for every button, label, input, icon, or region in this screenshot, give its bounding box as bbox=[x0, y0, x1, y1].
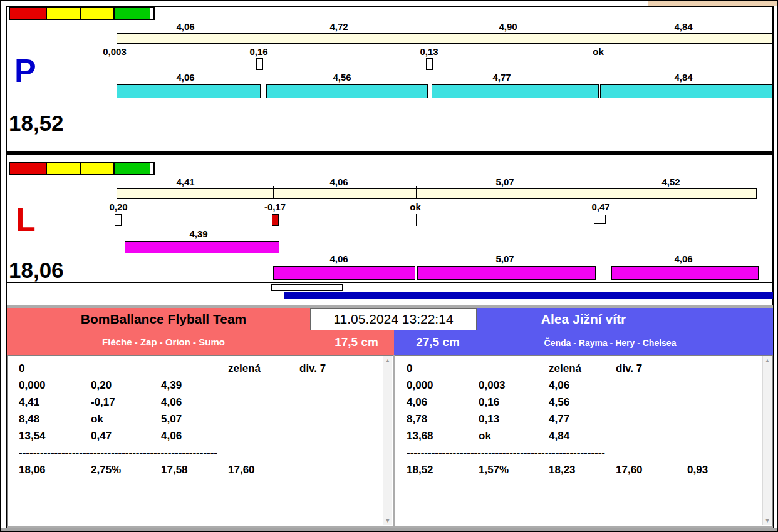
result-cell: 4,06 bbox=[549, 379, 569, 392]
result-cell: 17,60 bbox=[228, 464, 255, 476]
result-cell: 0 bbox=[19, 362, 24, 375]
result-cell: 4,84 bbox=[549, 430, 569, 442]
team-right-dogs: Čenda - Rayma - Hery - Chelsea bbox=[519, 338, 701, 348]
dog-time: 4,77 bbox=[477, 72, 527, 83]
result-cell: 4,39 bbox=[161, 379, 182, 392]
split-tick bbox=[273, 186, 274, 199]
lane-l-underline bbox=[7, 282, 773, 283]
crossing-marker bbox=[599, 58, 599, 70]
result-cell: div. 7 bbox=[616, 362, 642, 375]
crossing-time: 0,13 bbox=[410, 46, 448, 57]
result-cell: 18,52 bbox=[407, 464, 433, 476]
result-cell: 0,000 bbox=[19, 379, 46, 392]
dog-time-bar bbox=[600, 84, 773, 98]
result-cell: 18,06 bbox=[19, 464, 46, 476]
traffic-green-segment bbox=[115, 163, 150, 174]
result-row: 4,41 -0,17 4,06 bbox=[8, 396, 381, 413]
result-cell: -0,17 bbox=[91, 396, 115, 409]
split-time: 5,07 bbox=[480, 176, 530, 187]
dog-time: 4,84 bbox=[658, 72, 708, 83]
dog-time: 4,39 bbox=[174, 228, 224, 239]
lane-p-underline bbox=[7, 138, 773, 138]
crossing-marker bbox=[256, 58, 263, 70]
result-total-row: 18,06 2,75% 17,58 17,60 bbox=[8, 464, 381, 481]
crossing-marker bbox=[416, 214, 417, 226]
result-cell: ok bbox=[479, 430, 491, 442]
team-left-name: BomBallance Flyball Team bbox=[7, 311, 320, 327]
scrollbar[interactable]: ▲ ▼ bbox=[762, 356, 772, 525]
scroll-down-icon[interactable]: ▼ bbox=[383, 518, 392, 524]
result-cell: 13,68 bbox=[407, 430, 433, 442]
dog-time-bar bbox=[417, 266, 596, 280]
window-edge-line bbox=[227, 1, 227, 6]
result-cell: 2,75% bbox=[91, 464, 121, 476]
dog-time-bar bbox=[432, 84, 599, 98]
result-total-row: 18,52 1,57% 18,23 17,60 0,93 bbox=[395, 464, 761, 481]
scrollbar[interactable]: ▲ ▼ bbox=[383, 356, 392, 525]
team-left-dogs: Fléche - Zap - Orion - Sumo bbox=[7, 337, 320, 347]
result-cell: 0,16 bbox=[479, 396, 499, 409]
scroll-down-icon[interactable]: ▼ bbox=[763, 518, 772, 524]
bottom-edge-strip bbox=[1, 528, 778, 532]
dog-time-bar bbox=[611, 266, 759, 280]
crossing-marker bbox=[594, 215, 606, 224]
split-time: 4,52 bbox=[646, 176, 696, 187]
lane-p-label: P bbox=[14, 54, 36, 87]
flyball-timing-screen: P 18,52 4,06 4,72 4,90 4,84 0,003 0,16 0… bbox=[0, 0, 778, 532]
result-cell: 18,23 bbox=[549, 464, 576, 476]
result-row: 8,78 0,13 4,77 bbox=[395, 413, 761, 430]
lane-l-split-track bbox=[117, 188, 757, 199]
result-row: 0 zelená div. 7 bbox=[8, 362, 381, 379]
dog-time-bar bbox=[117, 84, 261, 98]
result-row: 13,54 0,47 4,06 bbox=[8, 430, 381, 447]
crossing-time: 0,003 bbox=[96, 46, 133, 57]
result-cell: 0,000 bbox=[407, 379, 433, 392]
result-cell: 0,47 bbox=[91, 430, 112, 442]
crossing-marker-fault bbox=[272, 214, 279, 226]
split-tick bbox=[599, 31, 599, 44]
background-window-fragment bbox=[648, 1, 778, 6]
crossing-time: ok bbox=[397, 202, 434, 212]
crossing-time: ok bbox=[579, 46, 617, 57]
result-row: 4,06 0,16 4,56 bbox=[395, 396, 761, 413]
scroll-up-icon[interactable]: ▲ bbox=[763, 357, 772, 364]
traffic-yellow-segment bbox=[47, 163, 81, 174]
result-cell: 4,06 bbox=[407, 396, 427, 409]
h-scrollbar-thumb[interactable] bbox=[271, 284, 343, 291]
crossing-marker bbox=[115, 214, 122, 226]
lane-p-split-track bbox=[117, 33, 772, 44]
result-cell: 4,56 bbox=[549, 396, 569, 409]
datetime-display: 11.05.2024 13:22:14 bbox=[310, 308, 477, 330]
result-cell: 0,13 bbox=[479, 413, 499, 426]
result-cell: 4,06 bbox=[161, 396, 182, 409]
result-cell: 13,54 bbox=[19, 430, 46, 442]
scroll-up-icon[interactable]: ▲ bbox=[383, 357, 392, 364]
team-left-results-box[interactable]: 0 zelená div. 7 0,000 0,20 4,39 4,41 -0,… bbox=[7, 355, 393, 526]
split-time: 4,06 bbox=[160, 21, 210, 32]
team-right-results-box[interactable]: 0 zelená div. 7 0,000 0,003 4,06 4,06 0,… bbox=[395, 355, 773, 526]
timeline-bar bbox=[284, 292, 773, 299]
crossing-time: 0,16 bbox=[240, 46, 277, 57]
split-tick bbox=[416, 186, 417, 199]
dog-time-bar bbox=[273, 266, 415, 280]
separator-line: ----------------------------------------… bbox=[407, 447, 605, 459]
dog-time: 5,07 bbox=[480, 253, 530, 264]
split-tick bbox=[264, 31, 264, 44]
window-edge-line bbox=[217, 1, 217, 6]
split-time: 4,90 bbox=[483, 21, 533, 32]
result-cell: 0,003 bbox=[479, 379, 506, 392]
split-tick bbox=[593, 186, 593, 199]
result-cell: zelená bbox=[549, 362, 581, 375]
crossing-time: 0,47 bbox=[582, 202, 620, 212]
crossing-marker bbox=[117, 58, 117, 70]
crossing-marker bbox=[426, 58, 433, 70]
result-cell: 4,77 bbox=[549, 413, 569, 426]
traffic-yellow-segment bbox=[81, 8, 115, 19]
dog-time: 4,06 bbox=[160, 72, 210, 83]
crossing-time: -0,17 bbox=[256, 202, 294, 212]
result-cell: ok bbox=[91, 413, 103, 426]
result-cell: 0,20 bbox=[91, 379, 112, 392]
split-time: 4,06 bbox=[314, 176, 364, 187]
lane-p-total-time: 18,52 bbox=[9, 112, 64, 134]
result-row: 0,000 0,003 4,06 bbox=[395, 379, 761, 396]
